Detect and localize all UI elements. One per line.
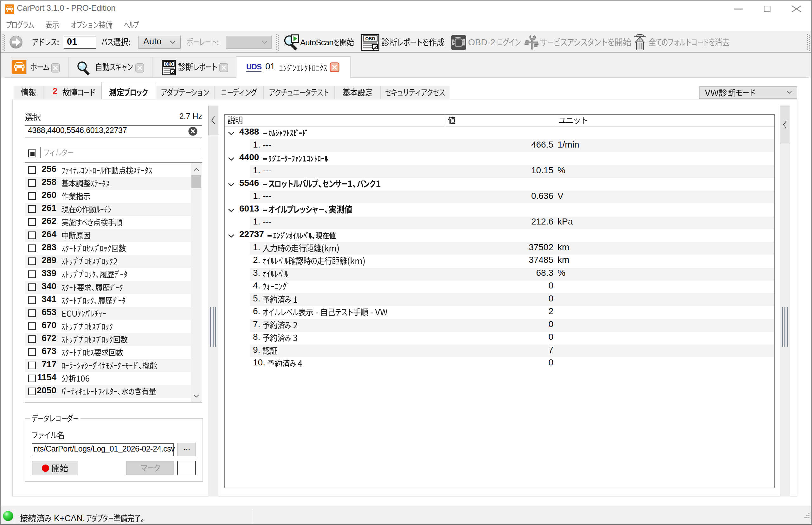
svg-text:OBD: OBD xyxy=(365,36,375,41)
svg-text:OBD: OBD xyxy=(165,61,173,67)
